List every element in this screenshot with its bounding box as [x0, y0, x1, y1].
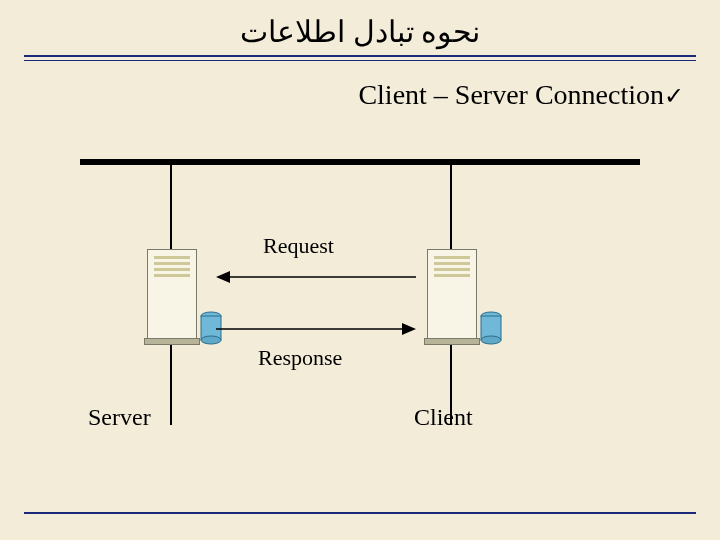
svg-marker-9: [402, 323, 416, 335]
client-tower-icon: [427, 249, 477, 341]
server-tower-icon: [147, 249, 197, 341]
client-disk-icon: [480, 311, 502, 345]
check-icon: ✓: [664, 83, 684, 109]
request-arrow-icon: [216, 267, 416, 287]
subtitle-line: Client – Server Connection✓: [0, 61, 720, 111]
title-rule-thick: [24, 55, 696, 57]
svg-point-5: [481, 336, 501, 344]
footer-rule: [24, 512, 696, 514]
svg-marker-7: [216, 271, 230, 283]
request-label: Request: [263, 233, 334, 259]
diagram-area: Request Response Server Client: [80, 159, 640, 469]
server-label: Server: [88, 404, 151, 431]
subtitle-text: Client – Server Connection: [358, 79, 664, 110]
response-arrow-icon: [216, 319, 416, 339]
top-bar: [80, 159, 640, 165]
client-label: Client: [414, 404, 473, 431]
slide-title: نحوه تبادل اطلاعات: [0, 0, 720, 55]
response-label: Response: [258, 345, 342, 371]
